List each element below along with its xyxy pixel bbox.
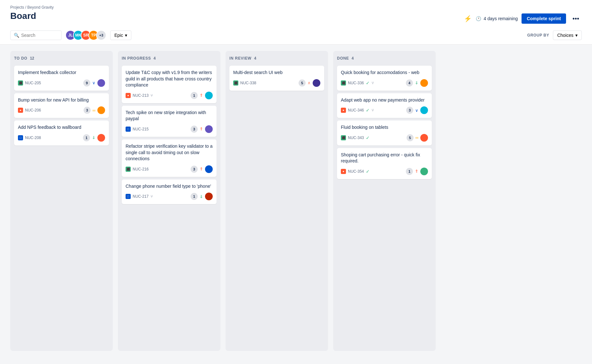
card-title-c1: Implement feedback collector: [18, 70, 105, 76]
toolbar-right: GROUP BY Choices ▾: [527, 30, 582, 40]
issue-id-c6: NUC-216: [133, 167, 149, 171]
assignee-avatar-c8: [313, 79, 320, 87]
badge-c11: 5: [407, 134, 414, 141]
sprint-info: 🕐 4 days remaining: [476, 16, 518, 21]
epic-filter-button[interactable]: Epic ▾: [110, 30, 131, 40]
card-c12[interactable]: Shoping cart purchasing error - quick fi…: [337, 148, 432, 179]
column-header-inreview: IN REVIEW 4: [229, 55, 324, 63]
priority-medium-icon: ═: [93, 108, 95, 113]
card-c8[interactable]: Multi-dest search UI web ⬛ NUC-338 5∧: [229, 66, 324, 91]
issue-id-c10: NUC-346: [348, 108, 364, 112]
avatar-more[interactable]: +3: [96, 30, 106, 40]
card-c7[interactable]: Change phone number field type to 'phone…: [122, 179, 217, 204]
card-footer-c1: ⬛ NUC-205 9∨: [18, 79, 105, 87]
column-title-inreview: IN REVIEW: [229, 56, 251, 61]
issue-type-icon: ⬛: [18, 80, 23, 86]
assignee-avatar-c3: [97, 134, 105, 142]
badge-c9: 4: [406, 79, 413, 87]
card-footer-c12: ● NUC-354 ✓1⇑: [341, 168, 428, 175]
card-footer-c5: □ NUC-215 3⇑: [126, 125, 213, 133]
assignee-avatar-c11: [420, 134, 428, 142]
issue-type-icon: □: [18, 135, 23, 140]
toolbar-left: 🔍 JL MK SR TP +3 Epic ▾: [10, 30, 131, 40]
assignee-avatar-c12: [420, 168, 428, 175]
card-c11[interactable]: Fluid booking on tablets ⬛ NUC-343 ✓5═: [337, 120, 432, 145]
more-options-button[interactable]: •••: [570, 14, 582, 24]
priority-double-down-icon: ⇓: [92, 135, 95, 140]
badge-c4: 1: [191, 92, 198, 99]
priority-double-down-icon: ⇓: [200, 194, 203, 199]
page-title: Board: [10, 11, 36, 21]
search-input[interactable]: [21, 33, 58, 38]
issue-type-icon: ⬛: [126, 167, 131, 172]
assignee-avatar-c1: [97, 79, 105, 87]
priority-double-up-icon: ⇑: [200, 127, 203, 131]
check-icon-c12: ✓: [366, 169, 370, 174]
assignee-avatar-c4: [205, 92, 213, 99]
bolt-icon: ⚡: [464, 15, 472, 22]
card-c6[interactable]: Refactor stripe verification key validat…: [122, 139, 217, 177]
choices-dropdown-button[interactable]: Choices ▾: [553, 30, 582, 40]
card-c1[interactable]: Implement feedback collector ⬛ NUC-205 9…: [14, 66, 109, 91]
assignee-avatar-c7: [205, 193, 213, 200]
badge-c10: 3: [406, 107, 413, 114]
card-c10[interactable]: Adapt web app no new payments provider ●…: [337, 93, 432, 118]
card-c4[interactable]: Update T&C copy with v1.9 from the write…: [122, 66, 217, 103]
column-count-inprogress: 4: [153, 56, 156, 61]
card-footer-c4: ● NUC-213 ⑂1⇑: [126, 92, 213, 99]
column-title-done: DONE: [337, 56, 349, 61]
issue-id-c12: NUC-354: [348, 169, 364, 174]
issue-id-c9: NUC-336: [348, 81, 364, 85]
breadcrumb: Projects / Beyond Gravity: [10, 5, 582, 10]
issue-type-icon: □: [126, 127, 131, 132]
issue-id-c1: NUC-205: [25, 81, 41, 85]
card-footer-c9: ⬛ NUC-336 ✓⑂4⇓: [341, 79, 428, 87]
issue-type-icon: ⬛: [341, 135, 346, 140]
header-actions: ⚡ 🕐 4 days remaining Complete sprint •••: [464, 13, 582, 24]
card-title-c10: Adapt web app no new payments provider: [341, 97, 428, 103]
card-title-c7: Change phone number field type to 'phone…: [126, 183, 213, 190]
assignee-avatar-c5: [205, 125, 213, 133]
column-title-inprogress: IN PROGRESS: [122, 56, 151, 61]
card-title-c4: Update T&C copy with v1.9 from the write…: [126, 70, 213, 88]
sprint-remaining-text: 4 days remaining: [484, 16, 518, 21]
column-count-inreview: 4: [254, 56, 256, 61]
top-bar: Projects / Beyond Gravity Board ⚡ 🕐 4 da…: [0, 0, 592, 45]
column-header-todo: TO DO 12: [14, 55, 109, 63]
complete-sprint-button[interactable]: Complete sprint: [522, 13, 566, 24]
card-footer-c7: □ NUC-217 ⑂1⇓: [126, 193, 213, 200]
column-count-todo: 12: [30, 56, 34, 61]
issue-id-c7: NUC-217: [133, 194, 149, 199]
toolbar: Board ⚡ 🕐 4 days remaining Complete spri…: [10, 11, 582, 30]
card-c3[interactable]: Add NPS feedback to wallboard □ NUC-208 …: [14, 120, 109, 145]
epic-label: Epic: [114, 33, 123, 38]
card-footer-c3: □ NUC-208 1⇓: [18, 134, 105, 142]
card-title-c6: Refactor stripe verification key validat…: [126, 143, 213, 162]
card-title-c5: Tech spike on new stripe integration wit…: [126, 110, 213, 122]
issue-type-icon: ⬛: [233, 80, 238, 86]
card-c2[interactable]: Bump version for new API for billing ● N…: [14, 93, 109, 118]
badge-c7: 1: [191, 193, 198, 200]
branch-icon-c4: ⑂: [151, 93, 153, 98]
priority-double-up-icon: ⇑: [415, 169, 418, 174]
priority-double-up-icon: ⇑: [200, 93, 203, 98]
badge-c1: 9: [83, 79, 90, 87]
issue-type-icon: ⬛: [341, 80, 346, 86]
branch-icon-c7: ⑂: [151, 194, 153, 199]
priority-double-up-icon: ⇑: [200, 167, 203, 171]
issue-type-icon: ●: [18, 108, 23, 113]
assignee-avatar-c10: [420, 106, 428, 114]
column-inprogress: IN PROGRESS 4 Update T&C copy with v1.9 …: [118, 51, 220, 351]
search-box[interactable]: 🔍: [10, 30, 62, 40]
column-header-inprogress: IN PROGRESS 4: [122, 55, 217, 63]
badge-c5: 3: [191, 126, 198, 133]
card-title-c11: Fluid booking on tablets: [341, 124, 428, 131]
card-title-c8: Multi-dest search UI web: [233, 70, 320, 76]
check-icon-c10: ✓: [366, 108, 370, 113]
card-c5[interactable]: Tech spike on new stripe integration wit…: [122, 106, 217, 137]
badge-c3: 1: [83, 134, 90, 141]
card-c9[interactable]: Quick booking for accomodations - web ⬛ …: [337, 66, 432, 91]
column-inreview: IN REVIEW 4 Multi-dest search UI web ⬛ N…: [226, 51, 328, 351]
card-footer-c10: ● NUC-346 ✓⑂3∨: [341, 106, 428, 114]
priority-medium-icon: ═: [415, 135, 418, 140]
